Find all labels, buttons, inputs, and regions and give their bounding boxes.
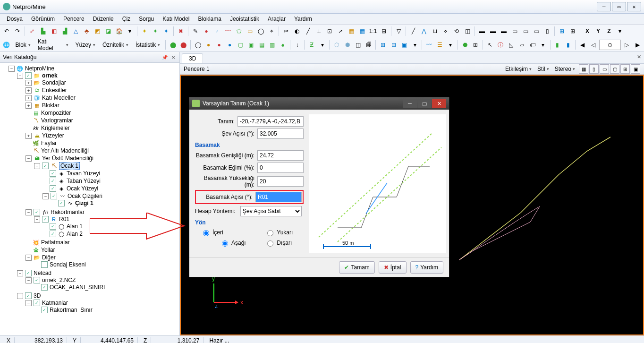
checkbox[interactable] — [25, 72, 32, 79]
input-sev[interactable] — [257, 129, 304, 139]
tree-item[interactable]: Kriglemeler — [41, 125, 70, 131]
checkbox[interactable] — [50, 185, 56, 192]
input-yukseklik[interactable] — [257, 176, 304, 187]
tool-icon[interactable]: ▤ — [257, 40, 266, 50]
tree-rakort[interactable]: Rakortmanlar — [51, 209, 85, 215]
checkbox[interactable] — [41, 284, 48, 291]
checkbox[interactable] — [42, 216, 49, 223]
input-tanim[interactable] — [237, 116, 304, 127]
checkbox[interactable] — [50, 170, 56, 177]
checkbox[interactable] — [41, 307, 48, 313]
tree-netcad[interactable]: Netcad — [34, 270, 51, 276]
dropdown-oznitelik[interactable]: Öznitelik — [100, 40, 131, 50]
menu-katimodel[interactable]: Katı Model — [159, 15, 193, 23]
checkbox[interactable] — [25, 292, 32, 299]
tree-item[interactable]: Kompozitler — [41, 110, 71, 116]
tool-icon[interactable]: ◯ — [256, 26, 265, 36]
dropdown-istatistik[interactable]: İstatistik — [133, 40, 163, 50]
tool-icon[interactable]: ✦ — [161, 26, 171, 36]
tree-item[interactable]: Bloklar — [42, 102, 59, 109]
radio-yukari[interactable]: Yukarı — [265, 229, 298, 236]
tool-icon[interactable]: ▭ — [521, 26, 530, 36]
tool-icon[interactable]: ⤢ — [27, 26, 37, 36]
tool-icon[interactable]: ◧ — [49, 26, 59, 36]
tool-icon[interactable]: ⊔ — [430, 26, 440, 36]
radio-asagi[interactable]: Aşağı — [220, 239, 251, 247]
tool-icon[interactable]: ♠ — [278, 40, 288, 50]
tree-item[interactable]: Yer Üstü Madenciliği — [42, 155, 93, 162]
tool-icon[interactable]: ◯ — [193, 40, 203, 50]
tool-icon[interactable]: ⬤ — [168, 40, 178, 50]
tree-item[interactable]: Ocak Yüzeyi — [67, 185, 98, 192]
prev-icon[interactable]: ◀ — [578, 40, 587, 50]
tool-icon[interactable]: ▙ — [38, 26, 48, 36]
cube-icon[interactable]: ⬣ — [460, 40, 470, 50]
tree-item[interactable]: Ocak Çizgileri — [68, 193, 102, 199]
input-egim[interactable] — [257, 163, 304, 173]
tree-ocak-selected[interactable]: Ocak 1 — [59, 162, 80, 170]
next-icon[interactable]: ▶ — [633, 40, 643, 50]
dropdown-blok[interactable]: Blok — [13, 40, 34, 50]
tag-icon[interactable]: 🏷 — [528, 40, 537, 50]
tool-icon[interactable]: ▦ — [357, 26, 367, 36]
tool-icon[interactable]: ▽ — [394, 26, 403, 36]
tree-3d[interactable]: 3D — [34, 292, 41, 299]
chevron-down-icon[interactable]: ▾ — [446, 40, 455, 50]
select-hesap[interactable]: Şev Açısı Sabit — [240, 206, 302, 216]
menu-jeoist[interactable]: Jeoistatistik — [226, 15, 263, 23]
tool-icon[interactable]: Ƶ — [307, 40, 316, 50]
menu-gorunum[interactable]: Görünüm — [27, 15, 59, 23]
tree-item[interactable]: Patlatmalar — [41, 239, 70, 246]
tool-icon[interactable]: ▥ — [268, 40, 277, 50]
tool-icon[interactable]: ▬ — [488, 26, 498, 36]
menu-duzenle[interactable]: Düzenle — [89, 15, 118, 23]
close-icon[interactable]: ✕ — [637, 54, 641, 60]
tool-icon[interactable]: △ — [71, 26, 80, 36]
tool-icon[interactable]: ▬ — [477, 26, 487, 36]
tool-icon[interactable]: 🗐 — [364, 40, 373, 50]
maximize-button[interactable]: ▭ — [612, 2, 626, 11]
tool-icon[interactable]: ↓ — [293, 40, 302, 50]
tool-icon[interactable]: ● — [202, 26, 211, 36]
menu-bloklama[interactable]: Bloklama — [195, 15, 225, 23]
prev-icon[interactable]: ◁ — [589, 40, 598, 50]
menu-dosya[interactable]: Dosya — [3, 15, 26, 23]
tool-icon[interactable]: ⬢ — [343, 40, 352, 50]
cursor-icon[interactable]: ↖ — [485, 40, 495, 50]
tool-icon[interactable]: ⟲ — [452, 26, 461, 36]
tree-item[interactable]: Katı Modeller — [42, 94, 76, 101]
tool-icon[interactable]: ● — [214, 40, 224, 50]
chevron-down-icon[interactable]: ▾ — [539, 40, 548, 50]
tool-icon[interactable]: ⊡ — [325, 26, 334, 36]
tool-icon[interactable]: ▦ — [347, 26, 356, 36]
undo-icon[interactable]: ↶ — [2, 26, 11, 36]
tree-item[interactable]: Yer Altı Madenciliği — [41, 147, 89, 154]
tool-icon[interactable]: ⊞ — [557, 26, 567, 36]
help-button[interactable]: ?Yardım — [410, 261, 443, 274]
tree-item[interactable]: Diğer — [42, 254, 56, 261]
tree-item[interactable]: Yüzeyler — [42, 132, 64, 139]
tree-item[interactable]: Taban Yüzeyi — [67, 178, 101, 184]
view-button[interactable]: ▢ — [610, 64, 619, 74]
tool-icon[interactable]: ▣ — [399, 40, 409, 50]
tool-icon[interactable]: ◪ — [103, 26, 113, 36]
tool-icon[interactable]: ▭ — [532, 26, 541, 36]
checkbox[interactable] — [34, 300, 40, 306]
view-button[interactable]: ▣ — [631, 64, 640, 74]
chevron-down-icon[interactable]: ▾ — [615, 26, 625, 36]
catalog-tree[interactable]: −🌐NetproMine −📁ornek +📂Sondajlar +🗂Enkes… — [0, 63, 179, 335]
spin-value[interactable] — [599, 40, 621, 50]
close-button[interactable]: ✕ — [627, 2, 641, 11]
tree-item[interactable]: Variogramlar — [41, 117, 73, 124]
tool-icon[interactable]: ◫ — [463, 26, 472, 36]
menu-ciz[interactable]: Çiz — [119, 15, 134, 23]
axis-x-button[interactable]: X — [583, 26, 592, 36]
dialog-titlebar[interactable]: Varsayılan Tanım (Ocak 1) ─ ▢ ✕ — [189, 97, 449, 110]
tree-item[interactable]: Sondajlar — [42, 79, 66, 86]
tool-icon[interactable]: ▟ — [60, 26, 69, 36]
tool-icon[interactable]: ⟋ — [212, 26, 222, 36]
tool-icon[interactable]: ☰ — [435, 40, 445, 50]
menu-araclar[interactable]: Araçlar — [264, 15, 289, 23]
tool-icon[interactable]: ⊟ — [379, 26, 389, 36]
redo-icon[interactable]: ↷ — [13, 26, 22, 36]
